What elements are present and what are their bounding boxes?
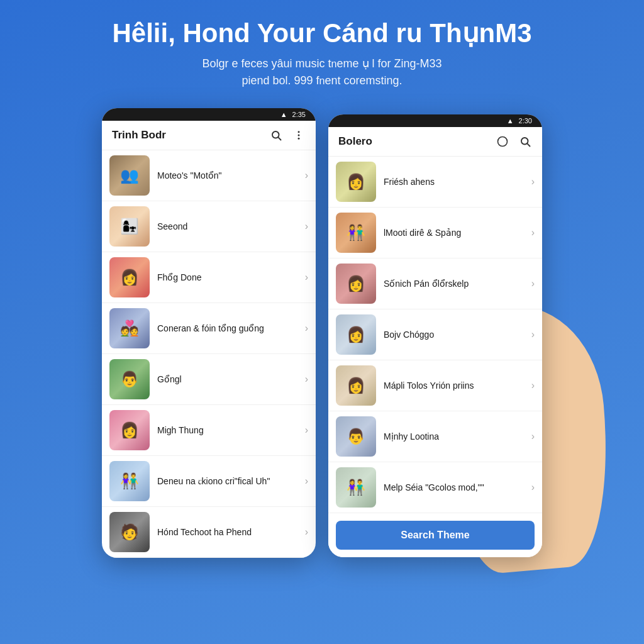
svg-point-5 bbox=[498, 137, 508, 147]
item-label: Bojv Chóggo bbox=[384, 330, 531, 340]
item-label: Moteo's "Motổn" bbox=[157, 170, 305, 180]
left-header-title: Trinh Bodr bbox=[112, 129, 166, 142]
item-label: Friésh ahens bbox=[384, 177, 531, 187]
phones-container: ▲ 2:35 Trinh Bodr bbox=[13, 108, 631, 558]
thumbnail: 👩 bbox=[109, 257, 150, 297]
list-item[interactable]: 👫 Melp Séia "Gcolos mod,"" › bbox=[328, 462, 542, 513]
left-list: 👥 Moteo's "Motổn" › 👩‍👧 Seeond › 👩 Fhổg … bbox=[102, 150, 316, 558]
page-subtitle: Bolgr e feces yâui music tneme ụ l for Z… bbox=[112, 55, 531, 89]
list-item[interactable]: 👥 Moteo's "Motổn" › bbox=[102, 150, 316, 201]
search-button-container: Search Theme bbox=[328, 513, 542, 557]
thumbnail: 👩 bbox=[336, 162, 376, 202]
item-label: Seeond bbox=[157, 221, 305, 231]
thumbnail: 👥 bbox=[109, 155, 150, 196]
search-icon[interactable] bbox=[269, 128, 283, 142]
list-item[interactable]: 👩 Sốnich Pán ổlổrskelp › bbox=[328, 258, 542, 309]
thumbnail: 👩 bbox=[336, 264, 376, 304]
svg-line-1 bbox=[278, 138, 280, 140]
list-item[interactable]: 👫 lMooti dirê & Spảng › bbox=[328, 208, 542, 258]
list-item[interactable]: 👩 Mápli Tolos Yrión priins › bbox=[328, 360, 542, 411]
list-item[interactable]: 💑 Coneran & fóin tổng guổng › bbox=[102, 303, 316, 354]
svg-point-4 bbox=[298, 138, 300, 140]
right-list: 👩 Friésh ahens › 👫 lMooti dirê & Spảng ›… bbox=[328, 157, 542, 513]
right-header-icons bbox=[496, 135, 532, 148]
list-item[interactable]: 👩‍👧 Seeond › bbox=[102, 201, 316, 252]
item-label: Hónd Techoot ha Phend bbox=[157, 527, 305, 537]
more-icon[interactable] bbox=[292, 128, 306, 142]
item-label: lMooti dirê & Spảng bbox=[384, 228, 531, 238]
list-item[interactable]: 👩 Friésh ahens › bbox=[328, 157, 542, 208]
left-status-bar: ▲ 2:35 bbox=[102, 108, 316, 121]
svg-point-3 bbox=[298, 135, 300, 136]
item-label: Mịnhy Lootina bbox=[384, 431, 531, 441]
thumbnail: 👩‍👧 bbox=[109, 206, 150, 247]
list-item[interactable]: 🧑 Hónd Techoot ha Phend › bbox=[102, 507, 316, 558]
page-header: Hêlii, Hond Your Cánd ru ThụnM3 Bolgr e … bbox=[112, 19, 531, 89]
thumbnail: 👨 bbox=[109, 359, 150, 399]
list-item[interactable]: 👩 Migh Thung › bbox=[102, 405, 316, 456]
list-item[interactable]: 👨 Gổngl › bbox=[102, 354, 316, 405]
right-status-time: 2:30 bbox=[519, 117, 532, 125]
thumbnail: 👫 bbox=[336, 213, 376, 253]
thumbnail: 👩 bbox=[336, 365, 376, 406]
left-status-time: 2:35 bbox=[292, 111, 306, 118]
phone-left: ▲ 2:35 Trinh Bodr bbox=[102, 108, 316, 558]
list-item[interactable]: 👨 Mịnhy Lootina › bbox=[328, 411, 542, 462]
thumbnail: 👫 bbox=[336, 467, 376, 508]
item-label: Coneran & fóin tổng guổng bbox=[157, 323, 305, 333]
right-phone-header: Bolero bbox=[328, 127, 542, 157]
thumbnail: 🧑 bbox=[109, 512, 150, 552]
thumbnail: 👫 bbox=[109, 461, 150, 501]
item-label: Melp Séia "Gcolos mod,"" bbox=[384, 482, 531, 492]
item-label: Fhổg Done bbox=[157, 272, 305, 282]
page-title: Hêlii, Hond Your Cánd ru ThụnM3 bbox=[112, 19, 531, 48]
thumbnail: 💑 bbox=[109, 308, 150, 348]
circle-icon[interactable] bbox=[496, 135, 509, 148]
search-theme-button[interactable]: Search Theme bbox=[336, 521, 535, 550]
svg-point-2 bbox=[298, 131, 300, 133]
left-header-icons bbox=[269, 128, 306, 142]
item-label: Mápli Tolos Yrión priins bbox=[384, 380, 531, 391]
list-item[interactable]: 👩 Fhổg Done › bbox=[102, 252, 316, 303]
right-header-title: Bolero bbox=[338, 135, 372, 148]
item-label: Deneu na ꞇkiono cri"fical Uh" bbox=[157, 476, 305, 487]
item-label: Migh Thung bbox=[157, 425, 305, 435]
search-icon[interactable] bbox=[518, 135, 532, 148]
item-label: Sốnich Pán ổlổrskelp bbox=[384, 279, 531, 289]
list-item[interactable]: 👫 Deneu na ꞇkiono cri"fical Uh" › bbox=[102, 456, 316, 507]
right-status-bar: ▲ 2:30 bbox=[328, 114, 542, 127]
left-phone-header: Trinh Bodr bbox=[102, 121, 316, 150]
thumbnail: 👩 bbox=[336, 314, 376, 355]
list-item[interactable]: 👩 Bojv Chóggo › bbox=[328, 309, 542, 360]
thumbnail: 👩 bbox=[109, 410, 150, 450]
thumbnail: 👨 bbox=[336, 416, 376, 457]
item-label: Gổngl bbox=[157, 374, 305, 384]
svg-line-7 bbox=[527, 144, 530, 147]
phone-right: ▲ 2:30 Bolero bbox=[328, 114, 542, 557]
